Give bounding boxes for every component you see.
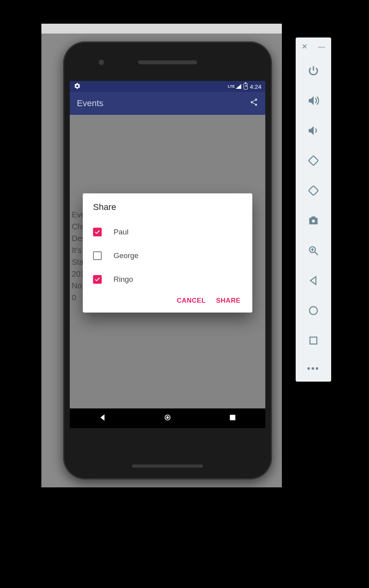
dialog-title: Share [93,202,242,212]
svg-rect-2 [230,415,235,420]
camera-dot [99,60,104,65]
emulator-window: LTE 4:24 Events Even Chri Des It's t Sta… [41,24,282,487]
volume-down-icon[interactable] [306,124,321,138]
overview-icon[interactable] [306,333,321,348]
speaker-bottom [132,464,203,468]
power-icon[interactable] [306,64,321,78]
rotate-right-icon[interactable] [306,184,321,198]
dialog-actions: CANCEL SHARE [93,294,242,308]
close-icon[interactable]: ✕ [302,43,308,50]
signal-icon [236,84,241,89]
minimize-icon[interactable]: — [318,43,325,50]
share-option-paul[interactable]: Paul [93,220,242,244]
share-option-george[interactable]: George [93,244,242,268]
speaker-top [138,60,197,64]
svg-rect-11 [310,337,317,344]
more-icon[interactable]: ••• [307,363,320,374]
lte-label: LTE [228,84,235,88]
cancel-button[interactable]: CANCEL [177,297,206,305]
phone-screen: LTE 4:24 Events Even Chri Des It's t Sta… [70,81,265,428]
svg-rect-3 [309,156,319,166]
zoom-in-icon[interactable] [306,243,321,258]
nav-home-icon[interactable] [163,413,172,423]
home-icon[interactable] [306,303,321,318]
svg-rect-4 [309,186,319,196]
share-dialog: Share Paul George Ringo CANCEL [83,193,252,313]
share-option-ringo[interactable]: Ringo [93,268,242,291]
share-icon[interactable] [250,98,258,109]
emulator-toolbar: ✕ — ••• [296,37,331,382]
checkbox-checked-icon[interactable] [93,228,102,236]
camera-icon[interactable] [306,213,321,228]
svg-line-7 [315,252,318,255]
option-label: Ringo [114,275,133,284]
android-nav-bar [70,408,265,428]
svg-point-10 [309,307,317,315]
volume-up-icon[interactable] [306,94,321,108]
svg-point-5 [312,219,315,223]
svg-point-1 [166,416,169,419]
gear-icon [74,82,81,91]
nav-back-icon[interactable] [98,413,107,423]
content-area: Even Chri Des It's t Star 2018 No. 0 Sha… [70,115,265,408]
option-label: Paul [114,228,129,236]
rotate-left-icon[interactable] [306,154,321,168]
share-button[interactable]: SHARE [216,297,240,305]
page-title: Events [77,98,250,109]
battery-icon [244,83,248,90]
back-icon[interactable] [306,273,321,288]
checkbox-unchecked-icon[interactable] [93,251,102,260]
status-clock: 4:24 [250,83,261,90]
nav-overview-icon[interactable] [228,413,237,423]
phone-frame: LTE 4:24 Events Even Chri Des It's t Sta… [63,41,272,479]
option-label: George [114,251,138,260]
status-bar: LTE 4:24 [70,81,265,92]
checkbox-checked-icon[interactable] [93,275,102,284]
app-bar: Events [70,92,265,115]
